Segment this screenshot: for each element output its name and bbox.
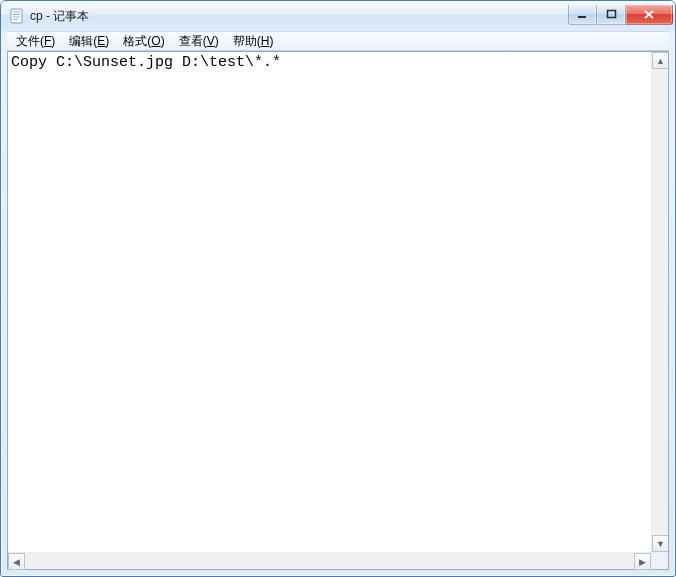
window-title: cp - 记事本 [30,8,568,25]
menu-view-hotkey: V [207,34,215,48]
menu-file-label: 文件 [16,33,40,50]
menu-help-hotkey: H [261,34,270,48]
svg-rect-5 [578,16,586,18]
menubar: 文件(F) 编辑(E) 格式(O) 查看(V) 帮助(H) [7,31,669,51]
menu-file-hotkey: F [44,34,51,48]
scroll-h-track[interactable] [25,553,634,569]
scroll-right-button[interactable]: ▶ [634,553,651,570]
scroll-up-button[interactable]: ▲ [652,52,668,69]
menu-format-hotkey: O [151,34,160,48]
menu-format[interactable]: 格式(O) [116,32,171,50]
notepad-icon [9,8,25,24]
notepad-window: cp - 记事本 文件(F) 编辑(E) 格式(O) 查看(V) 帮助(H) [0,0,676,577]
window-controls [568,5,673,25]
text-editor[interactable] [8,52,651,552]
menu-edit[interactable]: 编辑(E) [62,32,116,50]
scroll-corner [651,552,668,569]
svg-rect-0 [11,9,22,23]
scroll-v-track[interactable] [652,69,668,535]
svg-rect-6 [607,11,615,18]
hscroll-row: ◀ ▶ [8,552,668,569]
maximize-button[interactable] [597,5,626,25]
menu-edit-label: 编辑 [69,33,93,50]
chevron-right-icon: ▶ [639,557,646,567]
chevron-left-icon: ◀ [13,557,20,567]
scroll-left-button[interactable]: ◀ [8,553,25,570]
menu-format-label: 格式 [123,33,147,50]
editor-wrap: ▲ ▼ [8,52,668,552]
horizontal-scrollbar[interactable]: ◀ ▶ [8,552,651,569]
client-area: ▲ ▼ ◀ ▶ [7,51,669,570]
chevron-up-icon: ▲ [656,56,665,66]
menu-help-label: 帮助 [233,33,257,50]
vertical-scrollbar[interactable]: ▲ ▼ [651,52,668,552]
minimize-button[interactable] [568,5,597,25]
menu-view-label: 查看 [179,33,203,50]
chevron-down-icon: ▼ [656,539,665,549]
close-button[interactable] [626,5,673,25]
menu-help[interactable]: 帮助(H) [226,32,281,50]
titlebar[interactable]: cp - 记事本 [1,1,675,31]
menu-file[interactable]: 文件(F) [9,32,62,50]
menu-view[interactable]: 查看(V) [172,32,226,50]
scroll-down-button[interactable]: ▼ [652,535,668,552]
menu-edit-hotkey: E [97,34,105,48]
